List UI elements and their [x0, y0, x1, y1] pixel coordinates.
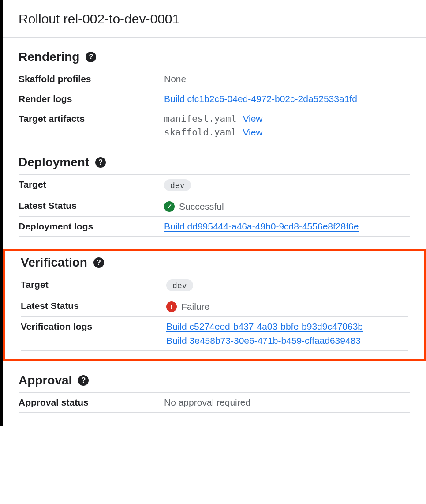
target-chip: dev: [166, 279, 193, 291]
section-approval: Approval ? Approval status No approval r…: [19, 373, 410, 413]
error-circle-icon: !: [166, 301, 177, 312]
row-deploy-status: Latest Status ✓ Successful: [19, 196, 410, 217]
status-text: Failure: [181, 301, 209, 312]
row-label: Verification logs: [21, 321, 166, 346]
verification-logs-link[interactable]: Build 3e458b73-30e6-471b-b459-cffaad6394…: [166, 335, 361, 346]
row-label: Render logs: [19, 94, 164, 104]
approval-title: Approval: [19, 373, 72, 387]
row-verify-status: Latest Status ! Failure: [21, 296, 408, 317]
divider: [3, 37, 426, 38]
target-chip: dev: [164, 179, 191, 191]
artifact-name: skaffold.yaml: [164, 127, 236, 138]
verification-highlight: Verification ? Target dev Latest Status …: [3, 249, 426, 361]
artifact-row: skaffold.yaml View: [164, 127, 410, 138]
check-circle-icon: ✓: [164, 201, 175, 212]
row-render-logs: Render logs Build cfc1b2c6-04ed-4972-b02…: [19, 89, 410, 109]
artifact-view-link[interactable]: View: [243, 113, 262, 124]
section-deployment: Deployment ? Target dev Latest Status ✓ …: [19, 155, 410, 237]
status-text: Successful: [179, 201, 224, 212]
artifact-name: manifest.yaml: [164, 113, 236, 124]
page-title: Rollout rel-002-to-dev-0001: [19, 11, 410, 26]
row-label: Target: [21, 279, 166, 291]
row-verify-logs: Verification logs Build c5274eed-b437-4a…: [21, 316, 408, 351]
row-skaffold-profiles: Skaffold profiles None: [19, 69, 410, 89]
artifact-view-link[interactable]: View: [243, 127, 262, 138]
row-verify-target: Target dev: [21, 275, 408, 296]
row-value: None: [164, 74, 410, 84]
row-value: No approval required: [164, 397, 410, 408]
verification-title: Verification: [21, 256, 87, 270]
row-label: Target: [19, 179, 164, 191]
deployment-title: Deployment: [19, 155, 89, 169]
row-deploy-target: Target dev: [19, 174, 410, 196]
row-label: Approval status: [19, 397, 164, 408]
render-logs-link[interactable]: Build cfc1b2c6-04ed-4972-b02c-2da52533a1…: [164, 94, 357, 104]
row-label: Deployment logs: [19, 221, 164, 232]
row-target-artifacts: Target artifacts manifest.yaml View skaf…: [19, 109, 410, 143]
deployment-logs-link[interactable]: Build dd995444-a46a-49b0-9cd8-4556e8f28f…: [164, 221, 359, 232]
verification-logs-link[interactable]: Build c5274eed-b437-4a03-bbfe-b93d9c4706…: [166, 321, 363, 332]
row-label: Target artifacts: [19, 113, 164, 138]
row-deploy-logs: Deployment logs Build dd995444-a46a-49b0…: [19, 216, 410, 237]
row-label: Latest Status: [21, 301, 166, 312]
section-verification: Verification ? Target dev Latest Status …: [21, 256, 408, 351]
rendering-title: Rendering: [19, 50, 79, 64]
help-icon[interactable]: ?: [93, 257, 104, 268]
row-approval-status: Approval status No approval required: [19, 392, 410, 413]
row-label: Skaffold profiles: [19, 74, 164, 84]
help-icon[interactable]: ?: [95, 157, 106, 168]
help-icon[interactable]: ?: [78, 375, 89, 386]
section-rendering: Rendering ? Skaffold profiles None Rende…: [19, 50, 410, 143]
help-icon[interactable]: ?: [86, 52, 96, 62]
row-label: Latest Status: [19, 200, 164, 212]
artifact-row: manifest.yaml View: [164, 113, 410, 124]
